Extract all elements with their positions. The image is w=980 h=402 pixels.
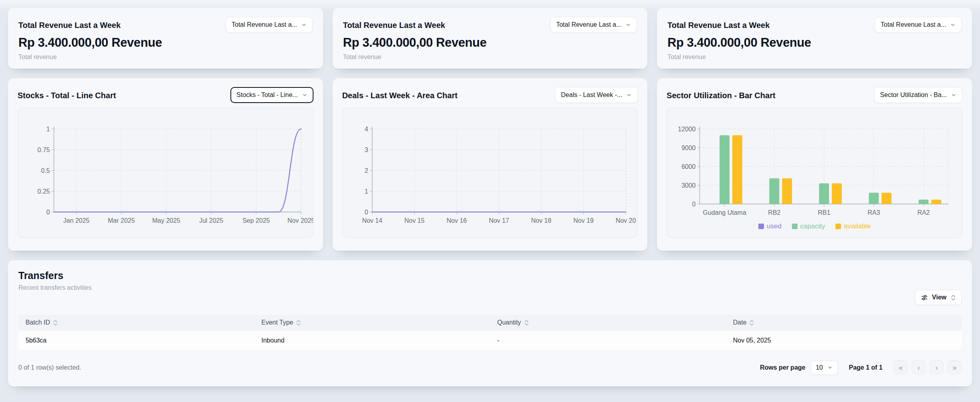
next-page-button[interactable]: › (930, 360, 944, 374)
rows-per-page: Rows per page 10 (760, 360, 838, 375)
svg-text:0.5: 0.5 (41, 167, 50, 174)
svg-text:0: 0 (46, 209, 50, 216)
revenue-subtitle: Total revenue (18, 53, 313, 61)
svg-text:6000: 6000 (682, 163, 696, 170)
chart-title: Deals - Last Week - Area Chart (342, 87, 458, 100)
svg-text:0: 0 (692, 201, 696, 208)
bar-chart-card: Sector Utilization - Bar Chart Sector Ut… (657, 78, 972, 251)
chevron-down-icon (950, 22, 956, 28)
svg-text:4: 4 (365, 126, 368, 133)
chart-select[interactable]: Deals - Last Week -... (555, 87, 638, 103)
metric-select[interactable]: Total Revenue Last a... (875, 17, 962, 33)
transfers-title: Transfers (18, 270, 962, 281)
column-header-quantity[interactable]: Quantity (490, 315, 726, 331)
line-chart-svg: 00.250.50.751Jan 2025Mar 2025May 2025Jul… (18, 108, 313, 238)
transfers-subtitle: Recent transfers activities (18, 284, 962, 291)
legend-item-capacity: capacity (792, 222, 825, 230)
line-chart-card: Stocks - Total - Line Chart Stocks - Tot… (8, 78, 323, 251)
pagination: Rows per page 10 Page 1 of 1 « ‹ › » (760, 360, 962, 375)
chart-select[interactable]: Stocks - Total - Line... (230, 87, 313, 103)
svg-text:RB1: RB1 (818, 209, 830, 216)
area-chart-svg: 01234Nov 14Nov 15Nov 16Nov 17Nov 18Nov 1… (343, 108, 638, 238)
svg-text:Nov 20: Nov 20 (615, 217, 636, 224)
chart-select-value: Deals - Last Week -... (561, 91, 623, 99)
chevron-down-icon (626, 92, 632, 98)
bar-chart-panel: 030006000900012000Gudang UtamaRB2RB1RA3R… (667, 108, 962, 238)
svg-text:1: 1 (46, 126, 50, 133)
chart-title: Sector Utilization - Bar Chart (667, 87, 775, 100)
stat-cards-row: Total Revenue Last a Week Total Revenue … (8, 8, 972, 69)
view-button-label: View (932, 294, 946, 301)
svg-text:Nov 18: Nov 18 (531, 217, 551, 224)
legend-item-used: used (758, 222, 782, 230)
card-title: Total Revenue Last a Week (18, 17, 121, 30)
view-button[interactable]: View (915, 290, 962, 305)
revenue-card-2: Total Revenue Last a Week Total Revenue … (333, 8, 648, 69)
card-head: Total Revenue Last a Week Total Revenue … (18, 17, 313, 33)
svg-text:2: 2 (365, 167, 368, 174)
card-head: Stocks - Total - Line Chart Stocks - Tot… (18, 87, 313, 103)
svg-text:Nov 16: Nov 16 (446, 217, 467, 224)
column-header-batch-id[interactable]: Batch ID (18, 315, 254, 331)
column-label: Batch ID (26, 319, 50, 326)
chart-select-value: Sector Utilization - Ba... (880, 91, 947, 99)
last-page-button[interactable]: » (948, 360, 962, 374)
legend-item-available: available (835, 222, 871, 230)
svg-text:0.25: 0.25 (38, 188, 50, 195)
revenue-value: Rp 3.400.000,00 Revenue (18, 36, 313, 50)
svg-text:Sep 2025: Sep 2025 (242, 217, 270, 224)
chart-cards-row: Stocks - Total - Line Chart Stocks - Tot… (8, 78, 972, 251)
svg-text:1: 1 (365, 188, 368, 195)
svg-text:Nov 17: Nov 17 (489, 217, 509, 224)
area-chart: 01234Nov 14Nov 15Nov 16Nov 17Nov 18Nov 1… (343, 108, 638, 238)
svg-text:3000: 3000 (682, 182, 696, 189)
table-row[interactable]: 5b63ca Inbound - Nov 05, 2025 (18, 331, 962, 351)
card-head: Total Revenue Last a Week Total Revenue … (667, 17, 962, 33)
svg-text:Gudang Utama: Gudang Utama (703, 209, 746, 216)
transfers-card: Transfers Recent transfers activities Vi… (8, 260, 972, 386)
page-info: Page 1 of 1 (849, 364, 883, 371)
metric-select[interactable]: Total Revenue Last a... (550, 17, 637, 33)
metric-select-value: Total Revenue Last a... (881, 21, 946, 28)
svg-text:RA2: RA2 (917, 209, 930, 216)
sort-icon (53, 320, 58, 326)
svg-text:12000: 12000 (678, 126, 696, 133)
rows-per-page-select[interactable]: 10 (811, 360, 838, 375)
chevron-down-icon (302, 92, 307, 98)
area-chart-card: Deals - Last Week - Area Chart Deals - L… (333, 78, 648, 251)
prev-page-button[interactable]: ‹ (912, 360, 926, 374)
transfers-table: Batch ID Event Type Quantity Date 5b63ca (18, 315, 962, 351)
column-header-date[interactable]: Date (726, 315, 962, 331)
area-chart-panel: 01234Nov 14Nov 15Nov 16Nov 17Nov 18Nov 1… (342, 108, 638, 238)
sort-icon (296, 320, 301, 326)
bar-chart-svg: 030006000900012000Gudang UtamaRB2RB1RA3R… (667, 108, 962, 222)
rows-per-page-label: Rows per page (760, 364, 805, 371)
svg-text:May 2025: May 2025 (152, 217, 180, 224)
chevrons-up-down-icon (951, 295, 956, 301)
line-chart: 00.250.50.751Jan 2025Mar 2025May 2025Jul… (18, 108, 313, 238)
card-title: Total Revenue Last a Week (667, 17, 770, 30)
svg-text:Jan 2025: Jan 2025 (63, 217, 89, 224)
metric-select[interactable]: Total Revenue Last a... (226, 17, 313, 33)
legend-swatch (758, 224, 764, 229)
rows-per-page-value: 10 (816, 364, 823, 371)
svg-text:Jul 2025: Jul 2025 (199, 217, 224, 224)
cell-quantity: - (490, 331, 726, 351)
table-header-row: Batch ID Event Type Quantity Date (18, 315, 962, 331)
svg-text:Nov 14: Nov 14 (362, 217, 382, 224)
revenue-value: Rp 3.400.000,00 Revenue (343, 36, 637, 50)
chevron-down-icon (951, 92, 956, 98)
revenue-card-1: Total Revenue Last a Week Total Revenue … (8, 8, 323, 69)
revenue-value: Rp 3.400.000,00 Revenue (667, 36, 962, 50)
sliders-icon (921, 294, 928, 301)
chart-select[interactable]: Sector Utilization - Ba... (874, 87, 962, 103)
chevron-down-icon (301, 22, 307, 28)
revenue-subtitle: Total revenue (343, 53, 637, 61)
first-page-button[interactable]: « (894, 360, 908, 374)
column-label: Quantity (497, 319, 521, 326)
metric-select-value: Total Revenue Last a... (556, 21, 622, 28)
column-header-event-type[interactable]: Event Type (254, 315, 490, 331)
revenue-card-3: Total Revenue Last a Week Total Revenue … (657, 8, 972, 69)
bar-chart: 030006000900012000Gudang UtamaRB2RB1RA3R… (667, 108, 962, 222)
card-head: Sector Utilization - Bar Chart Sector Ut… (667, 87, 962, 103)
